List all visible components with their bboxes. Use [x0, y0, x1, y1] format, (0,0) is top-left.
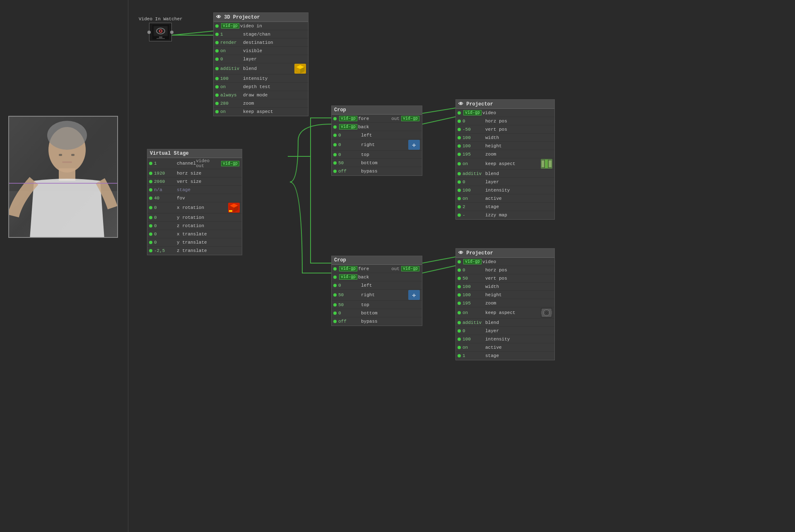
node-crop-top-fore[interactable]: vid-gp fore out vid-gp [332, 115, 422, 123]
node-row-channel[interactable]: 1 channel video out vid-gp [147, 158, 242, 169]
rotation-icon [228, 203, 240, 213]
dot-proj-top-video [458, 111, 461, 115]
node-row-layer[interactable]: 0 layer [214, 55, 308, 63]
svg-line-10 [422, 265, 460, 273]
node-row-x-rotation[interactable]: 0 x rotation [147, 202, 242, 213]
watcher-input-dot [147, 31, 151, 34]
node-row-z-rotation[interactable]: 0 z rotation [147, 222, 242, 230]
node-row-depth-test[interactable]: on depth test [214, 83, 308, 91]
node-crop-bottom-bypass[interactable]: off bypass [332, 317, 422, 326]
dot-proj-top-intensity [458, 189, 461, 192]
node-row-y-translate[interactable]: 0 y translate [147, 238, 242, 247]
node-crop-top-back[interactable]: vid-gp back [332, 123, 422, 131]
node-row-stage[interactable]: n/a stage [147, 186, 242, 194]
dot-proj-top-horz-pos [458, 120, 461, 123]
dot-zoom [215, 102, 219, 105]
node-row-destination[interactable]: render destination [214, 38, 308, 47]
node-proj-bottom-width[interactable]: 100 width [456, 283, 554, 291]
dot-proj-bottom-blend [458, 321, 461, 324]
node-row-blend[interactable]: additiv blend [214, 63, 308, 74]
node-projector-bottom-title: 👁 Projector [456, 249, 554, 258]
svg-point-44 [546, 312, 547, 314]
node-crop-bottom-right[interactable]: 50 right ✛ [332, 290, 422, 301]
node-proj-bottom-video[interactable]: vid-gp video [456, 258, 554, 266]
node-proj-bottom-zoom[interactable]: 195 zoom [456, 299, 554, 307]
dot-proj-bottom-video [458, 260, 461, 264]
node-proj-top-stage[interactable]: 2 stage [456, 203, 554, 211]
node-virtual-stage-title: Virtual Stage [147, 149, 242, 158]
node-row-z-translate[interactable]: -2,5 z translate [147, 247, 242, 255]
node-proj-top-intensity[interactable]: 100 intensity [456, 186, 554, 194]
node-crop-top-left[interactable]: 0 left [332, 131, 422, 139]
node-virtual-stage[interactable]: Virtual Stage 1 channel video out vid-gp… [147, 149, 242, 255]
node-proj-top-blend[interactable]: additiv blend [456, 170, 554, 178]
node-proj-bottom-stage[interactable]: 1 stage [456, 352, 554, 360]
node-crop-top-bypass[interactable]: off bypass [332, 167, 422, 175]
node-crop-top-top[interactable]: 0 top [332, 151, 422, 159]
node-crop-top-bottom[interactable]: 50 bottom [332, 159, 422, 167]
node-proj-top-active[interactable]: on active [456, 194, 554, 203]
node-proj-top-vert-pos[interactable]: -50 vert pos [456, 125, 554, 134]
node-proj-top-izzy-map[interactable]: - izzy map [456, 211, 554, 219]
node-row-draw-mode[interactable]: always draw mode [214, 91, 308, 99]
node-proj-bottom-horz-pos[interactable]: 0 horz pos [456, 266, 554, 274]
node-proj-bottom-intensity[interactable]: 100 intensity [456, 335, 554, 343]
svg-line-48 [422, 108, 455, 113]
dot-crop-bottom-left [333, 284, 337, 287]
node-crop-bottom[interactable]: Crop vid-gp fore out vid-gp vid-gp back … [331, 256, 422, 326]
node-proj-bottom-blend[interactable]: additiv blend [456, 319, 554, 327]
dot-proj-bottom-layer [458, 329, 461, 333]
dot-y-translate [149, 241, 152, 244]
dot-stage-chan [215, 33, 219, 36]
dot-crop-top-bottom [333, 161, 337, 165]
dot-crop-top-back [333, 125, 337, 129]
dot-crop-bottom-bottom-val [333, 312, 337, 315]
tag-video-out: vid-gp [221, 161, 239, 166]
node-proj-top-width[interactable]: 100 width [456, 134, 554, 142]
tag-crop-top-out: vid-gp [401, 116, 419, 121]
node-row-horz-size[interactable]: 1920 horz size [147, 169, 242, 177]
eye-icon-proj-bottom: 👁 [458, 250, 466, 256]
node-proj-top-video[interactable]: vid-gp video [456, 109, 554, 117]
node-row-y-rotation[interactable]: 0 y rotation [147, 213, 242, 222]
dot-y-rotation [149, 216, 152, 219]
node-proj-top-layer[interactable]: 0 layer [456, 178, 554, 186]
node-proj-bottom-vert-pos[interactable]: 50 vert pos [456, 274, 554, 283]
node-row-visible[interactable]: on visible [214, 47, 308, 55]
node-row-x-translate[interactable]: 0 x translate [147, 230, 242, 238]
node-3d-projector[interactable]: 👁 3D Projector vid-gp video in 1 stage/c… [213, 12, 308, 116]
watcher-icon[interactable] [149, 23, 172, 41]
move-icon: ✛ [408, 140, 420, 150]
node-proj-top-height[interactable]: 100 height [456, 142, 554, 150]
dot-layer [215, 58, 219, 61]
node-proj-top-zoom[interactable]: 195 zoom [456, 150, 554, 158]
node-crop-bottom-bottom[interactable]: 0 bottom [332, 309, 422, 317]
node-crop-bottom-top[interactable]: 50 top [332, 301, 422, 309]
node-row-zoom[interactable]: 280 zoom [214, 99, 308, 108]
svg-point-16 [160, 30, 161, 32]
node-row-fov[interactable]: 40 fov [147, 194, 242, 202]
node-proj-top-keep-aspect[interactable]: on keep aspect [456, 158, 554, 170]
node-projector-top[interactable]: 👁 Projector vid-gp video 0 horz pos -50 … [455, 99, 555, 220]
node-proj-top-horz-pos[interactable]: 0 horz pos [456, 117, 554, 125]
node-crop-top-right[interactable]: 0 right ✛ [332, 139, 422, 151]
node-crop-bottom-fore[interactable]: vid-gp fore out vid-gp [332, 265, 422, 273]
node-projector-bottom[interactable]: 👁 Projector vid-gp video 0 horz pos 50 v… [455, 248, 555, 360]
proj-bottom-speaker-icon [540, 308, 553, 318]
watcher-node[interactable]: Video In Watcher [139, 17, 183, 41]
map-icon [541, 159, 552, 169]
node-row-keep-aspect[interactable]: on keep aspect [214, 108, 308, 116]
node-row-stage-chan[interactable]: 1 stage/chan [214, 30, 308, 38]
node-row-video-in[interactable]: vid-gp video in [214, 22, 308, 30]
node-crop-bottom-back[interactable]: vid-gp back [332, 273, 422, 281]
node-proj-bottom-keep-aspect[interactable]: on keep aspect [456, 307, 554, 319]
node-proj-bottom-height[interactable]: 100 height [456, 291, 554, 299]
node-row-vert-size[interactable]: 2060 vert size [147, 177, 242, 186]
dot-proj-bottom-zoom [458, 302, 461, 305]
node-crop-bottom-left[interactable]: 0 left [332, 281, 422, 290]
node-proj-bottom-layer[interactable]: 0 layer [456, 327, 554, 335]
node-crop-top[interactable]: Crop vid-gp fore out vid-gp vid-gp back … [331, 105, 422, 176]
dot-proj-bottom-width [458, 285, 461, 288]
node-row-intensity[interactable]: 100 intensity [214, 74, 308, 83]
node-proj-bottom-active[interactable]: on active [456, 343, 554, 352]
